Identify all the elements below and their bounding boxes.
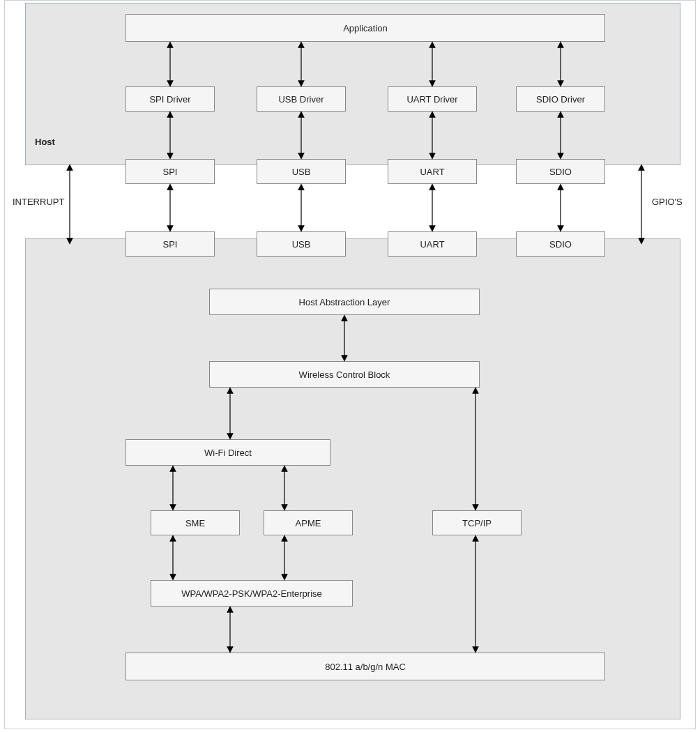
host-label: Host <box>35 137 55 147</box>
wireless-control-block: Wireless Control Block <box>209 361 480 388</box>
spi-host-block: SPI <box>125 159 215 184</box>
uart-module-block: UART <box>388 231 477 257</box>
wifi-direct-block: Wi-Fi Direct <box>125 439 330 466</box>
uart-host-block: UART <box>388 159 477 184</box>
uart-driver-block: UART Driver <box>388 86 477 112</box>
interrupt-label: INTERRUPT <box>13 197 64 207</box>
sdio-host-block: SDIO <box>516 159 605 184</box>
usb-driver-block: USB Driver <box>257 86 346 112</box>
wpa-block: WPA/WPA2-PSK/WPA2-Enterprise <box>151 580 353 607</box>
spi-module-block: SPI <box>125 231 215 257</box>
tcpip-block: TCP/IP <box>432 510 522 535</box>
application-block: Application <box>125 14 605 42</box>
apme-block: APME <box>264 510 353 535</box>
sme-block: SME <box>151 510 240 535</box>
mac-block: 802.11 a/b/g/n MAC <box>125 653 605 680</box>
sdio-module-block: SDIO <box>516 231 605 257</box>
usb-host-block: USB <box>257 159 346 184</box>
usb-module-block: USB <box>257 231 346 257</box>
sdio-driver-block: SDIO Driver <box>516 86 605 112</box>
gpios-label: GPIO'S <box>652 197 683 207</box>
host-abstraction-layer-block: Host Abstraction Layer <box>209 289 480 315</box>
spi-driver-block: SPI Driver <box>125 86 215 112</box>
